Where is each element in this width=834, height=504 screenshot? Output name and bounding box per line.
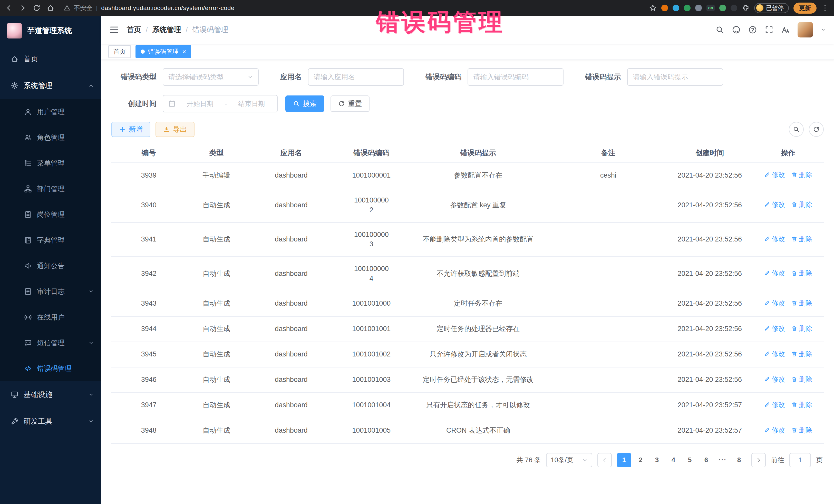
breadcrumb-item[interactable]: 系统管理: [152, 25, 181, 35]
sidebar-item-sms-management[interactable]: 短信管理: [0, 330, 101, 356]
refresh-table-button[interactable]: [809, 122, 824, 137]
sidebar-item-post-management[interactable]: 岗位管理: [0, 202, 101, 227]
chevron-down-icon: [88, 289, 94, 294]
app-logo[interactable]: 芋道管理系统: [0, 16, 101, 46]
browser-home-icon[interactable]: [47, 4, 54, 12]
delete-link[interactable]: 删除: [791, 375, 812, 384]
page-size-select[interactable]: 10条/页: [546, 453, 592, 467]
search-icon[interactable]: [716, 25, 724, 34]
sidebar-item-audit-log[interactable]: 审计日志: [0, 279, 101, 304]
edit-link[interactable]: 修改: [764, 268, 785, 278]
edit-link[interactable]: 修改: [764, 234, 785, 243]
browser-menu-icon[interactable]: [821, 4, 829, 12]
delete-link[interactable]: 删除: [791, 268, 812, 278]
toggle-search-button[interactable]: [789, 122, 804, 137]
delete-link[interactable]: 删除: [791, 200, 812, 209]
edit-link[interactable]: 修改: [764, 400, 785, 409]
pager-page-8[interactable]: 8: [732, 453, 746, 467]
delete-link[interactable]: 删除: [791, 299, 812, 308]
font-size-icon[interactable]: [781, 25, 790, 34]
extension-icon[interactable]: [673, 5, 679, 11]
sidebar-item-notice-announcement[interactable]: 通知公告: [0, 253, 101, 279]
sidebar-item-error-code-management[interactable]: 错误码管理: [0, 356, 101, 381]
add-button[interactable]: 新增: [111, 122, 150, 137]
search-button[interactable]: 搜索: [285, 95, 324, 112]
extension-icon[interactable]: [730, 5, 737, 11]
delete-link[interactable]: 删除: [791, 170, 812, 179]
sidebar-item-online-users[interactable]: 在线用户: [0, 304, 101, 330]
error-code-input[interactable]: [467, 68, 564, 86]
breadcrumb-item[interactable]: 首页: [127, 25, 141, 35]
app-name-input[interactable]: [308, 68, 404, 86]
sidebar-item-dev-tools[interactable]: 研发工具: [0, 408, 101, 435]
edit-link[interactable]: 修改: [764, 375, 785, 384]
reset-button[interactable]: 重置: [331, 95, 370, 112]
tab-错误码管理[interactable]: 错误码管理×: [135, 45, 191, 58]
user-avatar[interactable]: [797, 22, 813, 38]
goto-page-input[interactable]: [789, 453, 811, 467]
export-button[interactable]: 导出: [155, 122, 195, 137]
edit-link[interactable]: 修改: [764, 170, 785, 179]
next-page-button[interactable]: [751, 453, 766, 467]
delete-icon: [791, 270, 797, 277]
back-icon[interactable]: [5, 4, 13, 12]
delete-link[interactable]: 删除: [791, 349, 812, 358]
edit-link[interactable]: 修改: [764, 299, 785, 308]
extension-icon[interactable]: [695, 5, 702, 11]
delete-link[interactable]: 删除: [791, 400, 812, 409]
pager-page-2[interactable]: 2: [633, 453, 648, 467]
cell-id: 3948: [111, 418, 186, 443]
pager-page-1[interactable]: 1: [617, 453, 631, 467]
error-type-select[interactable]: 请选择错误码类型: [163, 68, 259, 86]
extension-badge[interactable]: on: [706, 5, 715, 11]
pager-page-3[interactable]: 3: [650, 453, 664, 467]
sidebar-item-system-management[interactable]: 系统管理: [0, 72, 101, 99]
chevron-down-icon[interactable]: [821, 27, 826, 32]
bookmark-star-icon[interactable]: [649, 4, 657, 12]
edit-link[interactable]: 修改: [764, 425, 785, 435]
pager-page-4[interactable]: 4: [666, 453, 681, 467]
extensions-puzzle-icon[interactable]: [742, 4, 750, 12]
extension-icon[interactable]: [719, 5, 726, 11]
cell-message: 定时任务的处理器已经存在: [407, 316, 549, 342]
sidebar-item-role-management[interactable]: 角色管理: [0, 125, 101, 150]
forward-icon[interactable]: [19, 4, 27, 12]
help-icon[interactable]: [748, 25, 757, 34]
tab-首页[interactable]: 首页: [108, 45, 131, 58]
reload-icon[interactable]: [33, 4, 41, 12]
github-icon[interactable]: [732, 25, 741, 34]
edit-link[interactable]: 修改: [764, 200, 785, 209]
cell-message: 参数配置不存在: [407, 163, 549, 188]
update-button[interactable]: 更新: [793, 3, 816, 14]
column-header-错误码编码: 错误码编码: [336, 143, 407, 163]
sidebar-item-infrastructure[interactable]: 基础设施: [0, 381, 101, 408]
extension-icon[interactable]: [684, 5, 690, 11]
filter-row-1: 错误码类型 请选择错误码类型 应用名 错误码编码: [111, 68, 824, 86]
start-date-placeholder: 开始日期: [180, 99, 221, 108]
sidebar-item-home[interactable]: 首页: [0, 46, 101, 72]
sidebar-item-menu-management[interactable]: 菜单管理: [0, 150, 101, 176]
delete-link[interactable]: 删除: [791, 234, 812, 243]
pager-page-6[interactable]: 6: [699, 453, 714, 467]
delete-link[interactable]: 删除: [791, 324, 812, 333]
pager-page-5[interactable]: 5: [683, 453, 697, 467]
hamburger-icon[interactable]: [109, 25, 119, 35]
error-message-input[interactable]: [627, 68, 723, 86]
sidebar-item-dept-management[interactable]: 部门管理: [0, 176, 101, 202]
edit-icon: [764, 427, 770, 433]
edit-link[interactable]: 修改: [764, 324, 785, 333]
address-bar[interactable]: 不安全 | dashboard.yudao.iocoder.cn/system/…: [64, 4, 644, 12]
date-range-picker[interactable]: 开始日期 - 结束日期: [163, 95, 278, 112]
fullscreen-icon[interactable]: [765, 25, 773, 34]
close-icon[interactable]: ×: [182, 48, 186, 55]
profile-chip[interactable]: 已暂停: [754, 3, 789, 13]
sidebar-item-user-management[interactable]: 用户管理: [0, 99, 101, 125]
dev-tools-icon: [11, 418, 19, 425]
pager-more[interactable]: ···: [716, 453, 730, 467]
prev-page-button[interactable]: [597, 453, 612, 467]
sidebar-item-dict-management[interactable]: 字典管理: [0, 227, 101, 253]
cell-created: 2021-04-20 23:52:56: [667, 291, 752, 316]
delete-link[interactable]: 删除: [791, 425, 812, 435]
edit-link[interactable]: 修改: [764, 349, 785, 358]
extension-icon[interactable]: [661, 5, 668, 11]
